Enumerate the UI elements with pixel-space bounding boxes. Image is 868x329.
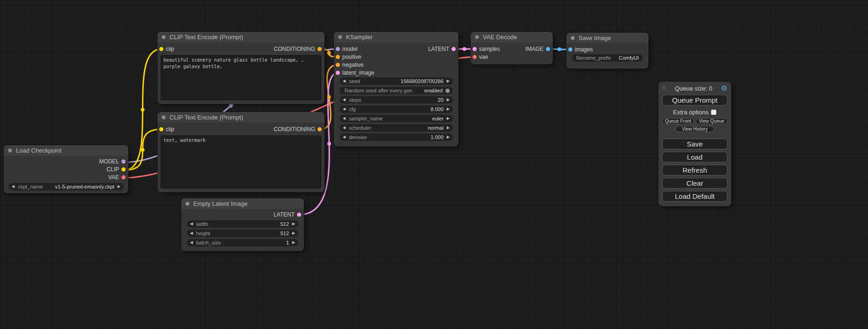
increment-arrow-icon[interactable]: ▶ [292, 241, 295, 245]
decrement-arrow-icon[interactable]: ◀ [343, 117, 346, 120]
node-empty-latent-image[interactable]: Empty Latent Image LATENT ◀ width 512 ▶ … [181, 198, 304, 251]
positive-input-label: positive [342, 54, 361, 60]
collapse-toggle-icon[interactable] [571, 36, 575, 40]
filename-prefix-widget[interactable]: filename_prefix ComfyUI [572, 54, 643, 62]
node-header[interactable]: KSampler [334, 32, 459, 43]
widget-label: sampler_name [349, 116, 383, 121]
conditioning-output-slot[interactable] [318, 127, 322, 131]
increment-arrow-icon[interactable]: ▶ [447, 79, 450, 83]
decrement-arrow-icon[interactable]: ◀ [190, 222, 193, 226]
load-default-button[interactable]: Load Default [662, 191, 727, 202]
decrement-arrow-icon[interactable]: ◀ [190, 241, 193, 245]
image-output-slot[interactable] [546, 47, 550, 51]
link-midpoint-dot [327, 142, 331, 146]
slot-row: negative [334, 61, 459, 69]
node-header[interactable]: Save Image [566, 33, 649, 44]
decrement-arrow-icon[interactable]: ◀ [190, 231, 193, 235]
scheduler-widget[interactable]: ◀ scheduler normal ▶ [339, 124, 453, 132]
decrement-arrow-icon[interactable]: ◀ [343, 107, 346, 111]
increment-arrow-icon[interactable]: ▶ [447, 107, 450, 111]
increment-arrow-icon[interactable]: ▶ [447, 117, 450, 120]
clip-output-slot[interactable] [121, 167, 126, 171]
decrement-arrow-icon[interactable]: ◀ [12, 185, 14, 189]
latent-output-slot[interactable] [297, 212, 301, 217]
latent-image-input-slot[interactable] [336, 70, 340, 75]
collapse-toggle-icon[interactable] [162, 115, 166, 119]
drag-handle-icon[interactable]: ⠿ [662, 86, 666, 91]
toggle-state-icon[interactable] [445, 89, 450, 93]
queue-front-button[interactable]: Queue Front [662, 118, 694, 124]
cfg-widget[interactable]: ◀ cfg 8.000 ▶ [339, 105, 453, 113]
widget-label: batch_size [196, 240, 221, 245]
widget-label: scheduler [349, 125, 371, 131]
refresh-button[interactable]: Refresh [662, 165, 727, 175]
extra-options-checkbox[interactable] [711, 110, 716, 115]
increment-arrow-icon[interactable]: ▶ [447, 126, 450, 130]
prompt-textarea[interactable]: beautiful scenery nature glass bottle la… [161, 55, 321, 100]
load-button[interactable]: Load [662, 152, 727, 162]
increment-arrow-icon[interactable]: ▶ [292, 222, 295, 226]
clip-output-label: CLIP [106, 166, 119, 173]
slot-row: latent_image [334, 69, 459, 77]
node-header[interactable]: CLIP Text Encode (Prompt) [157, 112, 325, 123]
collapse-toggle-icon[interactable] [338, 35, 342, 39]
negative-input-slot[interactable] [336, 63, 340, 67]
link-midpoint-dot [327, 51, 331, 55]
clip-input-slot[interactable] [159, 47, 163, 51]
decrement-arrow-icon[interactable]: ◀ [343, 135, 346, 139]
node-header[interactable]: CLIP Text Encode (Prompt) [157, 32, 325, 43]
node-header[interactable]: Load Checkpoint [4, 145, 128, 156]
node-graph-canvas[interactable]: Load Checkpoint MODEL CLIP VAE ◀ ckpt_na… [0, 0, 868, 329]
decrement-arrow-icon[interactable]: ◀ [343, 79, 346, 83]
widget-value: enabled [424, 88, 443, 93]
model-output-slot[interactable] [121, 159, 126, 163]
ckpt-name-widget[interactable]: ◀ ckpt_name v1-5-pruned-emaonly.ckpt ▶ [8, 183, 124, 190]
clip-input-slot[interactable] [159, 127, 163, 131]
random-seed-toggle-widget[interactable]: Random seed after every gen enabled [339, 87, 453, 94]
gear-icon[interactable]: ⚙ [721, 85, 727, 92]
increment-arrow-icon[interactable]: ▶ [447, 135, 450, 139]
clear-button[interactable]: Clear [662, 178, 727, 189]
node-clip-text-encode-positive[interactable]: CLIP Text Encode (Prompt) clip CONDITION… [157, 32, 325, 104]
images-input-slot[interactable] [568, 47, 572, 51]
queue-prompt-button[interactable]: Queue Prompt [662, 95, 727, 105]
link-midpoint-dot [557, 48, 561, 51]
node-header[interactable]: VAE Decode [471, 32, 553, 43]
latent-output-slot[interactable] [452, 47, 456, 51]
collapse-toggle-icon[interactable] [185, 202, 190, 206]
batch-size-widget[interactable]: ◀ batch_size 1 ▶ [187, 239, 298, 246]
vae-input-slot[interactable] [473, 55, 477, 59]
collapse-toggle-icon[interactable] [8, 148, 12, 153]
clip-input-label: clip [166, 46, 174, 52]
denoise-widget[interactable]: ◀ denoise 1.000 ▶ [339, 133, 453, 141]
height-widget[interactable]: ◀ height 512 ▶ [187, 230, 298, 237]
increment-arrow-icon[interactable]: ▶ [292, 231, 295, 235]
model-input-slot[interactable] [336, 47, 340, 51]
width-widget[interactable]: ◀ width 512 ▶ [187, 220, 298, 228]
collapse-toggle-icon[interactable] [162, 35, 166, 39]
positive-input-slot[interactable] [336, 55, 340, 59]
node-ksampler[interactable]: KSampler model LATENT positive negative … [334, 32, 459, 147]
decrement-arrow-icon[interactable]: ◀ [343, 98, 346, 102]
collapse-toggle-icon[interactable] [475, 35, 479, 39]
conditioning-output-slot[interactable] [318, 47, 322, 51]
view-history-button[interactable]: View History [676, 126, 713, 132]
seed-widget[interactable]: ◀ seed 156680208700286 ▶ [339, 77, 453, 85]
node-load-checkpoint[interactable]: Load Checkpoint MODEL CLIP VAE ◀ ckpt_na… [4, 145, 128, 193]
prompt-textarea[interactable]: text, watermark [161, 135, 321, 189]
save-button[interactable]: Save [662, 139, 727, 149]
increment-arrow-icon[interactable]: ▶ [447, 98, 450, 102]
node-header[interactable]: Empty Latent Image [181, 198, 304, 210]
view-queue-button[interactable]: View Queue [696, 118, 727, 124]
latent-image-input-label: latent_image [342, 70, 374, 76]
decrement-arrow-icon[interactable]: ◀ [343, 126, 346, 130]
vae-output-slot[interactable] [121, 175, 126, 179]
steps-widget[interactable]: ◀ steps 20 ▶ [339, 96, 453, 104]
node-clip-text-encode-negative[interactable]: CLIP Text Encode (Prompt) clip CONDITION… [157, 112, 325, 192]
sampler-name-widget[interactable]: ◀ sampler_name euler ▶ [339, 115, 453, 122]
samples-input-slot[interactable] [473, 47, 477, 51]
node-save-image[interactable]: Save Image images filename_prefix ComfyU… [566, 33, 649, 69]
node-vae-decode[interactable]: VAE Decode samples IMAGE vae [471, 32, 553, 64]
increment-arrow-icon[interactable]: ▶ [118, 185, 120, 189]
negative-input-label: negative [342, 62, 363, 68]
